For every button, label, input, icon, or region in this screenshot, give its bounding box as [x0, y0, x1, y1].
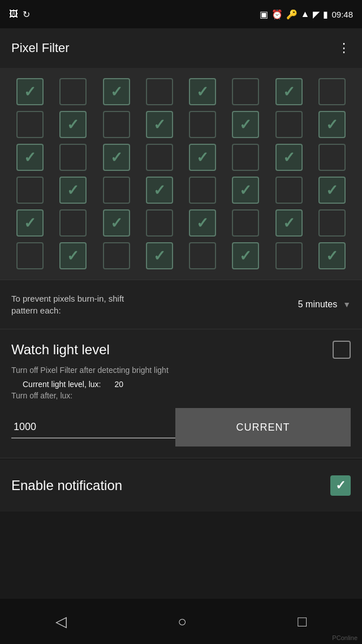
- pixel-cell-20[interactable]: [189, 144, 216, 171]
- shift-dropdown[interactable]: 5 minutes ▼: [298, 299, 351, 310]
- pixel-cell-40[interactable]: [16, 242, 44, 269]
- pixel-cell-4[interactable]: [189, 78, 216, 105]
- pixel-cell-5[interactable]: [232, 78, 259, 105]
- pixel-cell-14[interactable]: [275, 111, 303, 138]
- watch-section: Watch light level Turn off Pixel Filter …: [0, 329, 362, 458]
- signal-icon: ◤: [313, 9, 320, 20]
- pixel-cell-31[interactable]: [318, 177, 346, 204]
- pixel-cell-8[interactable]: [16, 111, 44, 138]
- pixel-grid: [0, 68, 362, 280]
- pixel-cell-6[interactable]: [275, 78, 303, 105]
- pixel-cell-33[interactable]: [59, 209, 87, 237]
- status-bar: 🖼 ↻ ▣ ⏰ 🔑 ▲ ◤ ▮ 09:48: [0, 0, 362, 28]
- pixel-cell-3[interactable]: [146, 78, 173, 105]
- pixel-cell-45[interactable]: [232, 242, 259, 269]
- notification-label: Enable notification: [11, 478, 122, 493]
- pixel-cell-47[interactable]: [318, 242, 346, 269]
- alarm-icon: ⏰: [272, 9, 283, 20]
- watch-description: Turn off Pixel Filter after detecting br…: [11, 364, 351, 376]
- battery-icon: ▮: [323, 9, 328, 20]
- pixel-cell-42[interactable]: [103, 242, 130, 269]
- pixel-cell-29[interactable]: [232, 177, 259, 204]
- pixel-cell-35[interactable]: [146, 209, 173, 237]
- back-icon[interactable]: ◁: [55, 613, 67, 630]
- pixel-cell-39[interactable]: [318, 209, 346, 237]
- current-lux-row: Current light level, lux:20: [11, 380, 351, 389]
- app-bar: Pixel Filter ⋮: [0, 28, 362, 68]
- pixel-cell-34[interactable]: [103, 209, 130, 237]
- status-right-icons: ▣ ⏰ 🔑 ▲ ◤ ▮ 09:48: [260, 9, 353, 20]
- app-title: Pixel Filter: [11, 41, 70, 55]
- pixel-cell-21[interactable]: [232, 144, 259, 171]
- pixel-cell-41[interactable]: [59, 242, 87, 269]
- pixel-cell-2[interactable]: [103, 78, 130, 105]
- watch-light-checkbox[interactable]: [333, 341, 351, 359]
- divider-3: [0, 458, 362, 458]
- pixel-cell-36[interactable]: [189, 209, 216, 237]
- shift-section: To prevent pixels burn-in, shift pattern…: [0, 280, 362, 329]
- notification-section: Enable notification: [0, 460, 362, 512]
- pixel-cell-11[interactable]: [146, 111, 173, 138]
- shift-value: 5 minutes: [298, 299, 337, 310]
- more-menu-icon[interactable]: ⋮: [338, 41, 351, 55]
- key-icon: 🔑: [286, 9, 298, 20]
- dropdown-arrow-icon: ▼: [343, 300, 351, 309]
- current-lux-value: 20: [115, 380, 124, 389]
- watch-title: Watch light level: [11, 342, 110, 358]
- pixel-cell-43[interactable]: [146, 242, 173, 269]
- pixel-cell-15[interactable]: [318, 111, 346, 138]
- vibrate-icon: ▣: [260, 9, 268, 20]
- pixel-cell-16[interactable]: [16, 144, 44, 171]
- pixel-cell-10[interactable]: [103, 111, 130, 138]
- lux-input-row: CURRENT: [11, 408, 351, 446]
- pixel-cell-28[interactable]: [189, 177, 216, 204]
- turn-off-label: Turn off after, lux:: [11, 391, 351, 400]
- pixel-cell-22[interactable]: [275, 144, 303, 171]
- image-icon: 🖼: [9, 9, 18, 19]
- pixel-cell-38[interactable]: [275, 209, 303, 237]
- watch-header: Watch light level: [11, 341, 351, 359]
- shift-label: To prevent pixels burn-in, shift pattern…: [11, 293, 147, 316]
- pixel-cell-13[interactable]: [232, 111, 259, 138]
- pixel-cell-9[interactable]: [59, 111, 87, 138]
- pixel-cell-1[interactable]: [59, 78, 87, 105]
- wifi-icon: ▲: [301, 9, 310, 19]
- pixel-cell-32[interactable]: [16, 209, 44, 237]
- pixel-cell-23[interactable]: [318, 144, 346, 171]
- notification-checkbox[interactable]: [330, 475, 351, 496]
- nav-bar: ◁ ○ □: [0, 599, 362, 644]
- pixel-cell-37[interactable]: [232, 209, 259, 237]
- home-icon[interactable]: ○: [178, 613, 187, 630]
- pixel-cell-7[interactable]: [318, 78, 346, 105]
- status-time: 09:48: [331, 10, 353, 19]
- pixel-cell-44[interactable]: [189, 242, 216, 269]
- current-lux-label: Current light level, lux:: [23, 380, 101, 389]
- pixel-cell-26[interactable]: [103, 177, 130, 204]
- status-left-icons: 🖼 ↻: [9, 9, 30, 20]
- pixel-cell-12[interactable]: [189, 111, 216, 138]
- pixel-cell-27[interactable]: [146, 177, 173, 204]
- pixel-cell-30[interactable]: [275, 177, 303, 204]
- pixel-cell-24[interactable]: [16, 177, 44, 204]
- current-button[interactable]: CURRENT: [175, 408, 351, 446]
- lux-input[interactable]: [11, 417, 175, 439]
- pixel-cell-18[interactable]: [103, 144, 130, 171]
- pixel-cell-19[interactable]: [146, 144, 173, 171]
- pixel-cell-46[interactable]: [275, 242, 303, 269]
- pixel-cell-25[interactable]: [59, 177, 87, 204]
- recent-icon[interactable]: □: [298, 613, 307, 630]
- pixel-cell-0[interactable]: [16, 78, 44, 105]
- refresh-icon: ↻: [23, 9, 30, 20]
- pixel-cell-17[interactable]: [59, 144, 87, 171]
- watermark: PConline: [332, 634, 357, 641]
